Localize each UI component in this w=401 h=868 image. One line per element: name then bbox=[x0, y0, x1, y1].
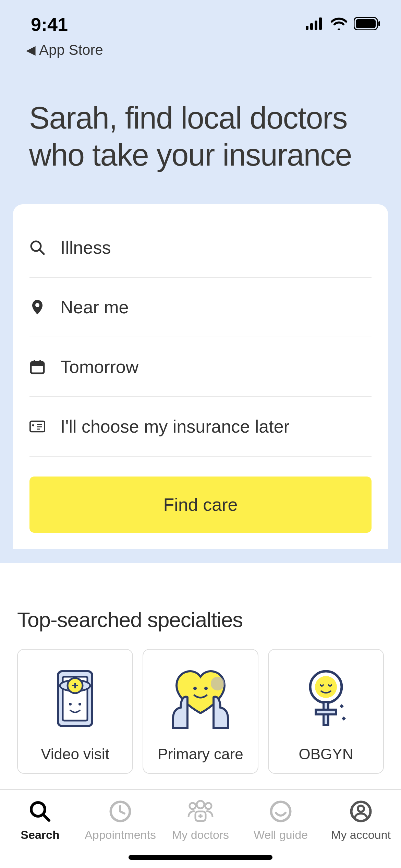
svg-point-46 bbox=[271, 802, 290, 821]
tab-my-doctors[interactable]: My doctors bbox=[160, 799, 241, 842]
account-icon bbox=[349, 799, 373, 824]
search-insurance-row[interactable]: I'll choose my insurance later bbox=[29, 397, 372, 457]
cellular-signal-icon bbox=[306, 17, 324, 31]
tab-label: My doctors bbox=[172, 828, 229, 842]
svg-point-48 bbox=[358, 806, 364, 812]
insurance-card-icon bbox=[29, 420, 45, 433]
status-icons bbox=[306, 17, 380, 32]
video-visit-illustration-icon bbox=[48, 665, 102, 733]
svg-line-39 bbox=[120, 811, 124, 813]
search-query-value: Illness bbox=[60, 237, 111, 258]
doctors-group-icon bbox=[185, 799, 216, 824]
specialty-card-obgyn[interactable]: OBGYN bbox=[268, 649, 384, 774]
svg-point-28 bbox=[193, 687, 197, 690]
back-caret-icon: ◀ bbox=[26, 43, 36, 57]
hero-section: 9:41 bbox=[0, 0, 401, 563]
obgyn-illustration-icon bbox=[299, 665, 353, 733]
svg-point-41 bbox=[197, 801, 204, 808]
search-date-row[interactable]: Tomorrow bbox=[29, 337, 372, 397]
svg-point-32 bbox=[315, 676, 337, 698]
svg-line-36 bbox=[43, 815, 49, 820]
search-icon bbox=[29, 240, 45, 255]
tab-appointments[interactable]: Appointments bbox=[80, 799, 160, 842]
svg-point-30 bbox=[211, 677, 224, 690]
svg-rect-16 bbox=[33, 424, 34, 426]
svg-rect-0 bbox=[306, 26, 308, 30]
back-to-appstore-link[interactable]: ◀ App Store bbox=[0, 35, 401, 58]
search-location-value: Near me bbox=[60, 297, 129, 317]
svg-rect-6 bbox=[378, 21, 380, 26]
svg-point-29 bbox=[204, 687, 208, 690]
specialties-heading: Top-searched specialties bbox=[0, 563, 401, 649]
search-query-row[interactable]: Illness bbox=[29, 218, 372, 278]
tab-label: Search bbox=[21, 828, 59, 842]
svg-rect-13 bbox=[39, 360, 41, 364]
page-title: Sarah, find local doctors who take your … bbox=[0, 58, 401, 204]
primary-care-illustration-icon bbox=[166, 665, 235, 733]
status-time: 9:41 bbox=[31, 14, 68, 35]
svg-point-9 bbox=[35, 303, 39, 307]
find-care-button[interactable]: Find care bbox=[29, 477, 372, 533]
specialty-card-video-visit[interactable]: Video visit bbox=[17, 649, 133, 774]
search-card: Illness Near me Tomorrow bbox=[13, 204, 388, 549]
find-care-button-label: Find care bbox=[163, 495, 238, 515]
specialty-card-primary-care[interactable]: Primary care bbox=[143, 649, 258, 774]
search-location-row[interactable]: Near me bbox=[29, 278, 372, 337]
svg-point-26 bbox=[69, 703, 72, 706]
svg-rect-1 bbox=[310, 23, 313, 30]
back-link-label: App Store bbox=[39, 42, 103, 58]
tab-label: Appointments bbox=[85, 828, 156, 842]
search-icon bbox=[28, 799, 52, 824]
home-indicator[interactable] bbox=[129, 855, 272, 860]
specialties-row: Video visit Primary care bbox=[0, 649, 401, 774]
tab-my-account[interactable]: My account bbox=[321, 799, 401, 842]
specialty-label: Primary care bbox=[158, 746, 243, 763]
svg-point-42 bbox=[205, 803, 211, 809]
status-bar: 9:41 bbox=[0, 0, 401, 35]
svg-point-27 bbox=[78, 703, 81, 706]
svg-rect-5 bbox=[356, 19, 376, 28]
wifi-icon bbox=[330, 17, 348, 31]
svg-rect-12 bbox=[34, 360, 35, 364]
svg-point-40 bbox=[190, 803, 196, 809]
tab-label: Well guide bbox=[254, 828, 308, 842]
tab-well-guide[interactable]: Well guide bbox=[241, 799, 321, 842]
battery-icon bbox=[354, 17, 380, 32]
tab-search[interactable]: Search bbox=[0, 799, 80, 842]
svg-rect-34 bbox=[316, 710, 336, 714]
tab-label: My account bbox=[331, 828, 391, 842]
svg-line-8 bbox=[40, 250, 44, 254]
specialty-label: Video visit bbox=[41, 746, 109, 763]
svg-rect-11 bbox=[31, 362, 44, 366]
calendar-icon bbox=[29, 359, 45, 374]
svg-rect-3 bbox=[319, 17, 322, 30]
svg-rect-2 bbox=[315, 21, 317, 30]
search-date-value: Tomorrow bbox=[60, 357, 138, 377]
clock-icon bbox=[109, 799, 132, 824]
smile-icon bbox=[269, 799, 292, 824]
search-insurance-value: I'll choose my insurance later bbox=[60, 416, 290, 437]
specialty-label: OBGYN bbox=[299, 746, 353, 763]
location-pin-icon bbox=[29, 299, 45, 315]
